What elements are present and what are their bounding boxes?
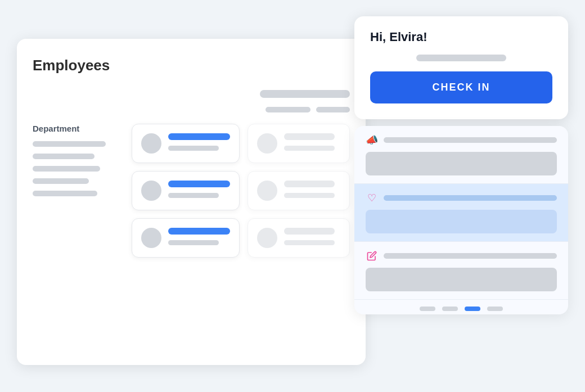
emp-detail-bar [168, 193, 219, 198]
right-column: Hi, Elvira! CHECK IN 📣 ♡ [354, 16, 568, 314]
employee-card[interactable] [248, 124, 350, 163]
department-label: Department [33, 124, 123, 133]
avatar [141, 228, 161, 248]
activity-body-bar [366, 268, 557, 291]
bottom-nav [354, 300, 568, 314]
employee-card[interactable] [132, 171, 240, 210]
cards-row-2 [132, 171, 350, 210]
dept-item [33, 178, 89, 184]
heart-icon: ♡ [366, 192, 378, 204]
activity-body-bar [366, 210, 557, 233]
employee-card[interactable] [132, 124, 240, 163]
search-bar-placeholder [260, 90, 350, 98]
filter-row [33, 107, 350, 112]
activity-title-bar [384, 253, 557, 259]
emp-info [284, 228, 340, 245]
emp-info [168, 181, 230, 198]
emp-name-bar [284, 228, 335, 235]
avatar [257, 228, 277, 248]
activity-header: ♡ [366, 192, 557, 204]
employee-card[interactable] [132, 218, 240, 258]
filter-pill-1 [266, 107, 310, 112]
activity-panel: 📣 ♡ [354, 126, 568, 314]
emp-name-bar [284, 133, 335, 140]
emp-name-bar [168, 133, 230, 140]
activity-title-bar [384, 195, 557, 201]
dept-item [33, 166, 100, 172]
emp-name-bar [168, 181, 230, 187]
emp-info [168, 228, 230, 245]
avatar [257, 181, 277, 201]
activity-item-recognition: ♡ [354, 184, 568, 242]
search-row [33, 90, 350, 98]
dept-item [33, 141, 106, 147]
activity-item-task [354, 242, 568, 300]
emp-info [168, 133, 230, 151]
nav-dot-3[interactable] [465, 307, 480, 311]
nav-dot-1[interactable] [420, 307, 435, 311]
scene: Employees Department [17, 16, 568, 376]
department-sidebar: Department [33, 124, 123, 258]
emp-detail-bar [168, 240, 219, 245]
emp-detail-bar [284, 240, 335, 245]
emp-name-bar [284, 181, 335, 187]
filter-pill-2 [316, 107, 350, 112]
dept-item [33, 191, 97, 196]
megaphone-icon: 📣 [366, 134, 378, 146]
checkin-card: Hi, Elvira! CHECK IN [354, 16, 568, 119]
avatar [141, 133, 161, 154]
employees-panel: Employees Department [17, 39, 366, 365]
activity-item-announcement: 📣 [354, 126, 568, 184]
nav-dot-2[interactable] [442, 307, 458, 311]
cards-row-3 [132, 218, 350, 258]
checkin-top-bar [416, 55, 506, 61]
employees-title: Employees [33, 57, 350, 74]
dept-item [33, 154, 94, 159]
cards-row-1 [132, 124, 350, 163]
greeting: Hi, Elvira! [370, 30, 552, 44]
activity-title-bar [384, 137, 557, 143]
avatar [257, 133, 277, 154]
emp-detail-bar [168, 146, 219, 151]
employees-content: Department [33, 124, 350, 258]
emp-info [284, 181, 340, 198]
edit-icon [366, 250, 378, 262]
cards-grid [132, 124, 350, 258]
emp-detail-bar [284, 193, 335, 198]
nav-dot-4[interactable] [487, 307, 503, 311]
avatar [141, 181, 161, 201]
checkin-button[interactable]: CHECK IN [370, 71, 552, 103]
emp-info [284, 133, 340, 151]
activity-body-bar [366, 152, 557, 175]
employee-card[interactable] [248, 218, 350, 258]
activity-header [366, 250, 557, 262]
emp-detail-bar [284, 146, 335, 151]
activity-header: 📣 [366, 134, 557, 146]
emp-name-bar [168, 228, 230, 235]
employee-card[interactable] [248, 171, 350, 210]
